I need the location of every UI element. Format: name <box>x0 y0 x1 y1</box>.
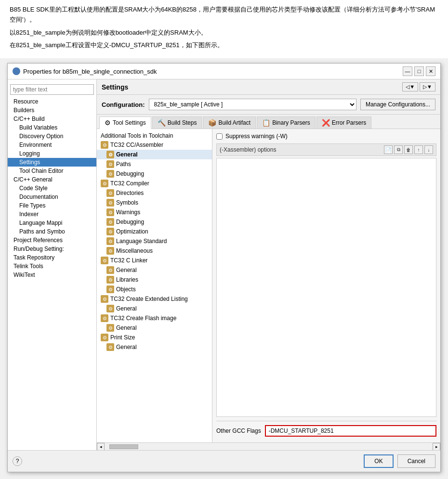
tool-settings-label: Tool Settings <box>113 119 146 126</box>
tree-panel: Additional Tools in Toolchain⚙TC32 CC/As… <box>97 129 212 442</box>
tree-item-3[interactable]: ⚙Paths <box>97 159 212 169</box>
footer-left: ? <box>13 456 22 466</box>
tab-build-artifact[interactable]: 📦Build Artifact <box>203 117 256 129</box>
tree-item-icon-5: ⚙ <box>101 180 108 187</box>
sidebar-item-documentation[interactable]: Documentation <box>8 193 96 201</box>
sidebar-item-discovery-option[interactable]: Discovery Option <box>8 132 96 141</box>
cancel-button[interactable]: Cancel <box>397 454 435 468</box>
tree-item-label-18: General <box>116 305 137 312</box>
options-label-text: (-Xassembler) options <box>220 146 276 153</box>
tree-item-20[interactable]: ⚙General <box>97 323 212 333</box>
move-down-button[interactable]: ↓ <box>424 145 433 154</box>
tree-item-icon-4: ⚙ <box>106 170 114 178</box>
config-bar: Configuration: 825x_ble_sample [ Active … <box>97 95 440 115</box>
tree-item-0[interactable]: Additional Tools in Toolchain <box>97 131 212 140</box>
sidebar-item-environment[interactable]: Environment <box>8 141 96 149</box>
scroll-right-button[interactable]: ▸ <box>433 443 440 451</box>
move-up-button[interactable]: ↑ <box>414 145 423 154</box>
tree-item-icon-16: ⚙ <box>106 285 114 293</box>
sidebar-item-file-types[interactable]: File Types <box>8 201 96 210</box>
sidebar-item-build-variables[interactable]: Build Variables <box>8 123 96 132</box>
minimize-button[interactable]: — <box>403 66 412 76</box>
tree-item-19[interactable]: ⚙TC32 Create Flash image <box>97 313 212 323</box>
sidebar-item-indexer[interactable]: Indexer <box>8 210 96 219</box>
sidebar-item-c-c---build[interactable]: C/C++ Build <box>8 115 96 123</box>
tree-item-label-16: Objects <box>116 286 136 293</box>
scrollbar-thumb[interactable] <box>109 444 138 449</box>
tree-item-13[interactable]: ⚙TC32 C Linker <box>97 256 212 265</box>
sidebar-item-c-c---general[interactable]: C/C++ General <box>8 175 96 184</box>
tree-item-label-6: Directories <box>116 190 144 196</box>
tree-item-16[interactable]: ⚙Objects <box>97 285 212 294</box>
scroll-left-button[interactable]: ◂ <box>97 443 105 451</box>
tree-item-4[interactable]: ⚙Debugging <box>97 169 212 179</box>
tab-build-steps[interactable]: 🔨Build Steps <box>152 117 202 129</box>
nav-back-button[interactable]: ◁▼ <box>402 82 418 91</box>
tree-item-10[interactable]: ⚙Optimization <box>97 227 212 236</box>
tree-item-5[interactable]: ⚙TC32 Compiler <box>97 179 212 188</box>
build-artifact-icon: 📦 <box>208 119 216 127</box>
tree-item-14[interactable]: ⚙General <box>97 265 212 275</box>
maximize-button[interactable]: □ <box>414 66 424 76</box>
config-select[interactable]: 825x_ble_sample [ Active ] <box>149 99 356 110</box>
manage-configurations-button[interactable]: Manage Configurations... <box>360 99 435 110</box>
tree-item-icon-1: ⚙ <box>101 141 108 149</box>
doc-line3: 在8251_ble_sample工程设置中定义-DMCU_STARTUP_825… <box>10 40 438 51</box>
tree-item-label-3: Paths <box>116 161 131 168</box>
tree-item-12[interactable]: ⚙Miscellaneous <box>97 246 212 256</box>
tree-item-9[interactable]: ⚙Debugging <box>97 217 212 227</box>
add-option-button[interactable]: 📄 <box>384 145 393 154</box>
tree-item-label-15: Libraries <box>116 276 138 283</box>
tab-error-parsers[interactable]: ❌Error Parsers <box>316 117 371 129</box>
duplicate-option-button[interactable]: ⧉ <box>394 145 403 154</box>
tree-item-11[interactable]: ⚙Language Standard <box>97 236 212 246</box>
sidebar-item-telink-tools[interactable]: Telink Tools <box>8 262 96 271</box>
tree-item-17[interactable]: ⚙TC32 Create Extended Listing <box>97 294 212 304</box>
tree-item-1[interactable]: ⚙TC32 CC/Assembler <box>97 140 212 150</box>
tree-item-label-17: TC32 Create Extended Listing <box>110 296 188 302</box>
tree-item-2[interactable]: ⚙General <box>97 150 212 159</box>
tree-item-icon-20: ⚙ <box>106 324 114 332</box>
right-panel: Suppress warnings (-W) (-Xassembler) opt… <box>212 129 440 442</box>
sidebar-item-wikitext[interactable]: WikiText <box>8 271 96 279</box>
dialog-body: ResourceBuildersC/C++ BuildBuild Variabl… <box>8 79 440 450</box>
sidebar-item-builders[interactable]: Builders <box>8 106 96 115</box>
close-button[interactable]: ✕ <box>426 66 435 76</box>
properties-dialog: Properties for b85m_ble_single_connectio… <box>7 63 441 472</box>
titlebar-controls: — □ ✕ <box>403 66 435 76</box>
tree-item-18[interactable]: ⚙General <box>97 304 212 313</box>
tree-item-icon-15: ⚙ <box>106 276 114 284</box>
delete-option-button[interactable]: 🗑 <box>404 145 413 154</box>
tree-item-6[interactable]: ⚙Directories <box>97 188 212 198</box>
tree-item-22[interactable]: ⚙General <box>97 342 212 352</box>
sidebar-item-settings[interactable]: Settings <box>8 158 96 167</box>
sidebar-item-code-style[interactable]: Code Style <box>8 184 96 193</box>
nav-forward-button[interactable]: ▷▼ <box>420 82 435 91</box>
doc-line1: B85 BLE SDK里的工程默认使用的配置是SRAM大小为64KB的8258，… <box>10 5 438 25</box>
sidebar-item-run-debug-setting-[interactable]: Run/Debug Setting: <box>8 245 96 253</box>
tree-item-8[interactable]: ⚙Warnings <box>97 207 212 217</box>
tree-item-7[interactable]: ⚙Symbols <box>97 198 212 207</box>
options-label: (-Xassembler) options 📄 ⧉ 🗑 ↑ ↓ <box>216 143 436 156</box>
tree-item-label-19: TC32 Create Flash image <box>110 315 176 322</box>
tab-binary-parsers[interactable]: 📋Binary Parsers <box>257 117 316 129</box>
sidebar-item-logging[interactable]: Logging <box>8 149 96 158</box>
horizontal-scrollbar[interactable]: ◂ ▸ <box>97 442 440 450</box>
sidebar-item-resource[interactable]: Resource <box>8 97 96 106</box>
dialog-title: Properties for b85m_ble_single_connectio… <box>23 68 157 75</box>
help-button[interactable]: ? <box>13 456 22 466</box>
sidebar-item-paths-and-symbo[interactable]: Paths and Symbo <box>8 227 96 236</box>
tab-tool-settings[interactable]: ⚙Tool Settings <box>99 117 151 129</box>
sidebar-item-tool-chain-editor[interactable]: Tool Chain Editor <box>8 167 96 175</box>
main-panel: Additional Tools in Toolchain⚙TC32 CC/As… <box>97 129 440 442</box>
sidebar-item-project-references[interactable]: Project References <box>8 236 96 245</box>
sidebar-item-language-mappi[interactable]: Language Mappi <box>8 219 96 227</box>
filter-input[interactable] <box>10 84 94 95</box>
ok-button[interactable]: OK <box>364 454 393 468</box>
tree-item-icon-14: ⚙ <box>106 266 114 274</box>
suppress-warnings-checkbox[interactable] <box>216 133 223 140</box>
gcc-flags-input[interactable] <box>265 425 436 437</box>
sidebar-item-task-repository[interactable]: Task Repository <box>8 253 96 262</box>
tree-item-15[interactable]: ⚙Libraries <box>97 275 212 285</box>
tree-item-21[interactable]: ⚙Print Size <box>97 333 212 342</box>
